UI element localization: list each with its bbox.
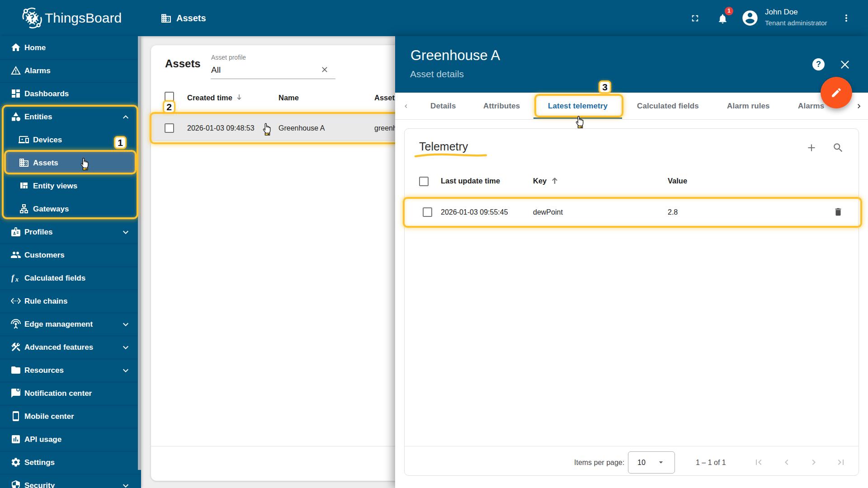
svg-text:f: f (11, 273, 15, 282)
svg-text:x: x (15, 276, 19, 283)
